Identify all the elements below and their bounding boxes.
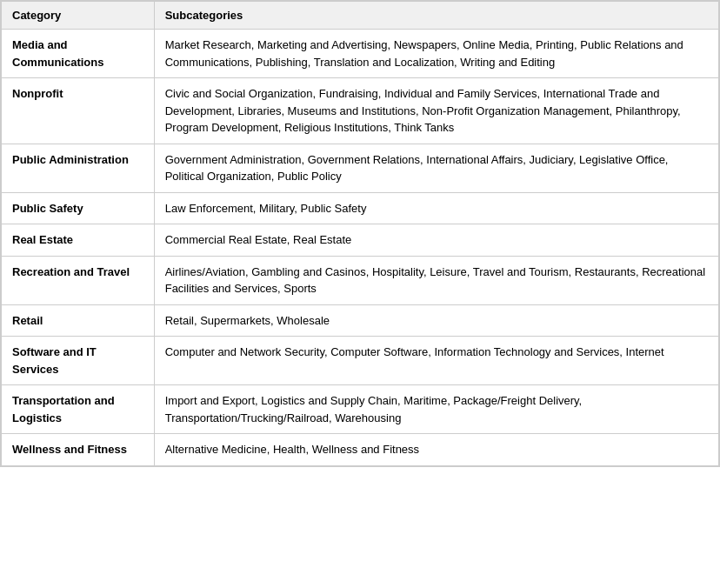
cell-category: Real Estate	[2, 224, 155, 257]
column-header-subcategories: Subcategories	[154, 2, 718, 30]
table-header-row: Category Subcategories	[2, 2, 719, 30]
table-row: Public SafetyLaw Enforcement, Military, …	[2, 192, 719, 224]
cell-category: Transportation and Logistics	[2, 385, 155, 434]
cell-subcategories: Commercial Real Estate, Real Estate	[154, 224, 718, 257]
table-row: Real EstateCommercial Real Estate, Real …	[2, 224, 719, 257]
main-table-container: Category Subcategories Media and Communi…	[0, 0, 720, 467]
table-row: Software and IT ServicesComputer and Net…	[2, 337, 719, 385]
cell-subcategories: Market Research, Marketing and Advertisi…	[154, 30, 718, 78]
cell-subcategories: Import and Export, Logistics and Supply …	[154, 385, 718, 434]
column-header-category: Category	[2, 2, 155, 30]
cell-category: Retail	[2, 304, 155, 337]
table-row: Wellness and FitnessAlternative Medicine…	[2, 434, 719, 466]
cell-category: Wellness and Fitness	[2, 434, 155, 466]
cell-category: Media and Communications	[2, 30, 155, 78]
table-row: RetailRetail, Supermarkets, Wholesale	[2, 304, 719, 337]
table-row: Public AdministrationGovernment Administ…	[2, 144, 719, 192]
cell-category: Nonprofit	[2, 78, 155, 144]
cell-subcategories: Government Administration, Government Re…	[154, 144, 718, 192]
cell-category: Recreation and Travel	[2, 256, 155, 304]
cell-subcategories: Law Enforcement, Military, Public Safety	[154, 192, 718, 224]
cell-subcategories: Civic and Social Organization, Fundraisi…	[154, 78, 718, 144]
table-row: Media and CommunicationsMarket Research,…	[2, 30, 719, 78]
category-table: Category Subcategories Media and Communi…	[1, 1, 719, 466]
table-row: Recreation and TravelAirlines/Aviation, …	[2, 256, 719, 304]
table-row: Transportation and LogisticsImport and E…	[2, 385, 719, 434]
cell-subcategories: Airlines/Aviation, Gambling and Casinos,…	[154, 256, 718, 304]
cell-subcategories: Alternative Medicine, Health, Wellness a…	[154, 434, 718, 466]
cell-subcategories: Retail, Supermarkets, Wholesale	[154, 304, 718, 337]
cell-category: Software and IT Services	[2, 337, 155, 385]
cell-category: Public Safety	[2, 192, 155, 224]
cell-subcategories: Computer and Network Security, Computer …	[154, 337, 718, 385]
table-row: NonprofitCivic and Social Organization, …	[2, 78, 719, 144]
cell-category: Public Administration	[2, 144, 155, 192]
